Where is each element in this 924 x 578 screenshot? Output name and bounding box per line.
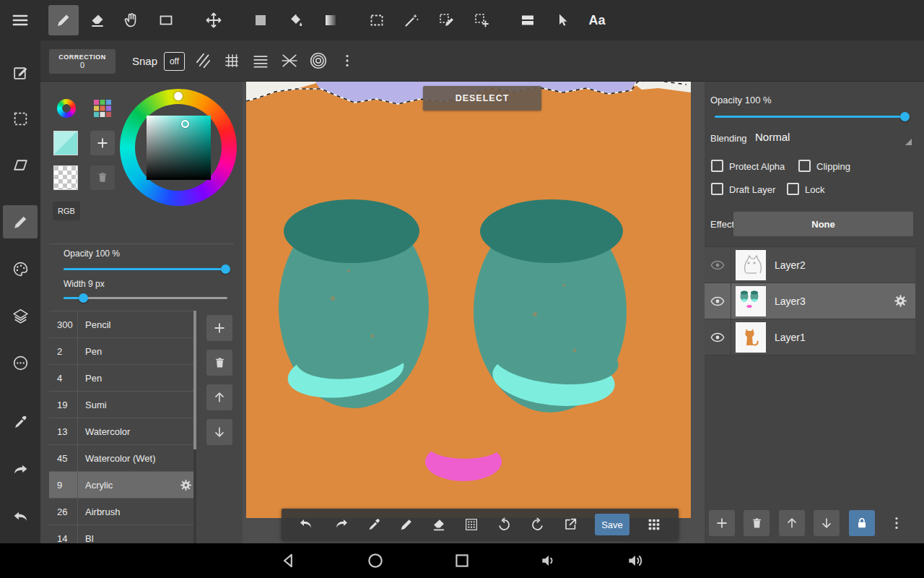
brush-move-up-button[interactable] — [206, 384, 232, 410]
layer-lock-button[interactable] — [849, 510, 875, 536]
brush-item[interactable]: 13Watercolor — [49, 418, 196, 445]
menu-button[interactable] — [5, 5, 35, 35]
effect-select-button[interactable]: None — [733, 212, 913, 236]
eyedropper-button[interactable] — [366, 517, 382, 532]
new-canvas-button[interactable] — [6, 58, 35, 87]
layer-visibility-toggle[interactable] — [705, 319, 731, 355]
snap-horizontal-button[interactable] — [246, 46, 275, 75]
back-button[interactable] — [279, 551, 298, 570]
redo-rail-button[interactable] — [6, 455, 35, 484]
add-brush-button[interactable] — [206, 315, 232, 341]
correction-button[interactable]: CORRECTION 0 — [49, 49, 116, 74]
magic-wand-tool-button[interactable] — [396, 5, 427, 35]
eyedropper-rail-button[interactable] — [6, 407, 35, 436]
delete-color-button[interactable] — [90, 165, 115, 190]
snap-off-button[interactable]: off — [164, 52, 185, 71]
rotate-cw-button[interactable] — [529, 517, 546, 533]
layer-visibility-toggle[interactable] — [705, 283, 731, 319]
brush-width-slider[interactable] — [64, 297, 227, 299]
layer-row[interactable]: Layer2 — [705, 247, 915, 283]
undo-button[interactable] — [298, 516, 315, 533]
brush-item[interactable]: 14Bl — [49, 525, 196, 543]
cursor-tool-button[interactable] — [547, 5, 578, 35]
transparent-color-swatch[interactable] — [53, 165, 78, 190]
volume-up-button[interactable] — [626, 551, 645, 570]
brush-tool-button[interactable] — [48, 5, 79, 35]
layer-visibility-toggle[interactable] — [705, 247, 731, 282]
delete-layer-button[interactable] — [744, 510, 770, 536]
brush-panel-button[interactable] — [6, 207, 35, 236]
color-wheel-mode-button[interactable] — [57, 99, 76, 118]
color-panel-button[interactable] — [6, 254, 35, 283]
brush-move-down-button[interactable] — [206, 419, 232, 445]
draft-layer-checkbox[interactable] — [711, 183, 723, 195]
brush-item[interactable]: 26Airbrush — [49, 499, 196, 525]
snap-more-button[interactable] — [333, 46, 362, 75]
deselect-button[interactable]: DESELECT — [423, 86, 541, 111]
layer-opacity-slider[interactable] — [715, 116, 905, 118]
export-button[interactable] — [562, 517, 578, 532]
select-add-tool-button[interactable] — [466, 5, 497, 35]
text-tool-button[interactable]: Aa — [582, 5, 612, 35]
current-color-swatch[interactable] — [53, 131, 78, 155]
fill-shape-tool-button[interactable] — [245, 5, 276, 35]
layer-row-selected[interactable]: Layer3 — [705, 283, 915, 319]
layer-move-down-button[interactable] — [814, 510, 840, 536]
volume-down-button[interactable] — [539, 551, 558, 570]
undo-rail-button[interactable] — [6, 502, 35, 531]
apps-grid-button[interactable] — [646, 517, 662, 532]
snap-concentric-button[interactable] — [304, 46, 333, 75]
clipping-checkbox[interactable] — [798, 160, 811, 172]
layers-panel-button[interactable] — [6, 301, 35, 330]
brush-button[interactable] — [398, 517, 414, 532]
split-view-button[interactable] — [513, 5, 543, 35]
hue-marker[interactable] — [174, 92, 183, 100]
sv-marker[interactable] — [181, 120, 189, 128]
snap-grid-button[interactable] — [217, 46, 246, 75]
eraser-button[interactable] — [431, 517, 447, 532]
select-pen-tool-button[interactable] — [431, 5, 461, 35]
brush-item[interactable]: 300Pencil — [49, 311, 196, 338]
add-color-button[interactable] — [90, 131, 115, 155]
select-panel-button[interactable] — [6, 104, 35, 133]
layer-settings-gear[interactable] — [893, 293, 908, 309]
material-panel-button[interactable] — [6, 348, 35, 377]
layer-row[interactable]: Layer1 — [705, 319, 915, 355]
blending-dropdown-handle[interactable] — [905, 139, 912, 145]
layer-move-up-button[interactable] — [779, 510, 805, 536]
rgb-mode-button[interactable]: RGB — [53, 202, 80, 220]
brush-item[interactable]: 19Sumi — [49, 392, 196, 418]
blending-mode-select[interactable]: Normal — [755, 131, 790, 143]
layer-opacity-knob[interactable] — [900, 112, 910, 121]
brush-item[interactable]: 4Pen — [49, 365, 196, 392]
redo-button[interactable] — [332, 516, 349, 533]
lock-checkbox[interactable] — [787, 183, 799, 195]
brush-width-knob[interactable] — [79, 293, 88, 303]
save-button[interactable]: Save — [595, 514, 629, 535]
snap-vanishing-button[interactable] — [275, 46, 304, 75]
add-layer-button[interactable] — [709, 510, 735, 536]
gradient-tool-button[interactable] — [315, 5, 346, 35]
hand-tool-button[interactable] — [116, 5, 147, 35]
rotate-ccw-button[interactable] — [496, 517, 513, 533]
layer-more-button[interactable] — [884, 510, 910, 536]
screentone-button[interactable] — [463, 517, 479, 532]
recents-button[interactable] — [453, 551, 471, 570]
delete-brush-button[interactable] — [206, 350, 232, 376]
snap-parallel-button[interactable] — [188, 46, 217, 75]
shape-tool-button[interactable] — [151, 5, 181, 35]
brush-item-selected[interactable]: 9 Acrylic — [49, 472, 196, 499]
canvas-drawing[interactable] — [246, 82, 691, 518]
saturation-value-square[interactable] — [147, 116, 211, 180]
eraser-tool-button[interactable] — [82, 5, 113, 35]
brush-opacity-knob[interactable] — [221, 264, 230, 274]
brush-list-scrollbar[interactable] — [193, 311, 196, 543]
home-button[interactable] — [366, 551, 385, 570]
bucket-tool-button[interactable] — [280, 5, 310, 35]
brush-opacity-slider[interactable] — [64, 268, 227, 270]
scrollbar-thumb[interactable] — [193, 311, 196, 449]
transform-panel-button[interactable] — [6, 150, 35, 179]
select-rect-tool-button[interactable] — [362, 5, 392, 35]
brush-item[interactable]: 45Watercolor (Wet) — [49, 445, 196, 472]
palette-grid-button[interactable] — [93, 99, 112, 118]
